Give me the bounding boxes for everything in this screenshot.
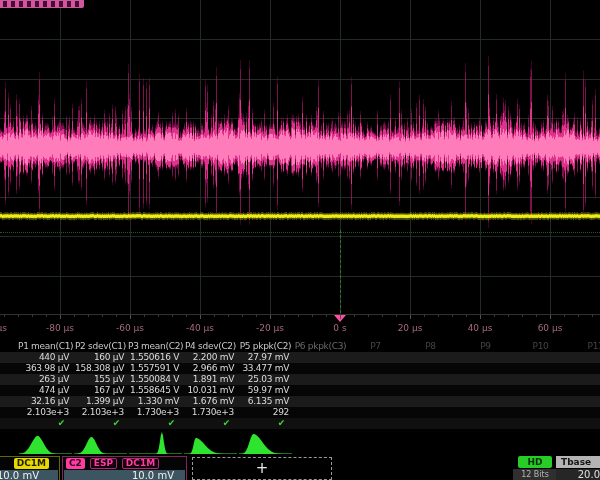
measure-value: 25.03 mV xyxy=(238,374,289,385)
measure-header-P2[interactable]: P2 sdev(C1) xyxy=(73,341,128,352)
measure-header-P3[interactable]: P3 mean(C2) xyxy=(128,341,183,352)
channel-c1-descriptor[interactable]: DC1M 10.0 mV xyxy=(0,456,60,480)
axis-tick xyxy=(186,315,187,317)
axis-tick xyxy=(410,315,411,319)
c1-scale-value: 10.0 mV xyxy=(0,470,58,480)
time-axis-label: -40 µs xyxy=(186,323,214,333)
axis-tick xyxy=(424,315,425,317)
c2-esp-badge: ESP xyxy=(90,458,117,469)
measure-value: 1.399 µV xyxy=(73,396,124,407)
time-axis-label: -100 µs xyxy=(0,323,7,333)
status-check-icon: ✔ xyxy=(18,418,65,429)
add-channel-button[interactable]: + xyxy=(192,457,332,480)
axis-tick xyxy=(214,315,215,317)
axis-tick xyxy=(564,315,565,317)
axis-tick xyxy=(326,315,327,317)
hd-mode-badge[interactable]: HD xyxy=(518,456,552,468)
measure-value: 1.550616 V xyxy=(128,352,179,363)
measure-value: 6.135 mV xyxy=(238,396,289,407)
axis-tick xyxy=(200,315,201,319)
measure-value: 1.891 mV xyxy=(183,374,234,385)
axis-tick xyxy=(144,315,145,317)
time-axis-label: -80 µs xyxy=(46,323,74,333)
c2-channel-badge: C2 xyxy=(66,458,85,469)
measure-value: 1.730e+3 xyxy=(128,407,179,418)
measure-value: 2.966 mV xyxy=(183,363,234,374)
measure-header-P9[interactable]: P9 xyxy=(458,341,513,352)
timebase-descriptor[interactable]: Tbase 20.0 xyxy=(556,456,600,480)
measure-header-P4[interactable]: P4 sdev(C2) xyxy=(183,341,238,352)
measure-table-row: 440 µV160 µV1.550616 V2.200 mV27.97 mV xyxy=(0,352,600,363)
oscilloscope-screen: -100 µs-80 µs-60 µs-40 µs-20 µs0 s20 µs4… xyxy=(0,0,600,480)
measure-value: 167 µV xyxy=(73,385,124,396)
waveform-display-area[interactable] xyxy=(0,0,600,315)
measure-value: 263 µV xyxy=(18,374,69,385)
measure-header-P10[interactable]: P10 xyxy=(513,341,568,352)
measure-value: 158.308 µV xyxy=(73,363,124,374)
measure-header-P8[interactable]: P8 xyxy=(403,341,458,352)
axis-tick xyxy=(4,315,5,317)
c1-coupling-badge: DC1M xyxy=(14,458,49,469)
axis-tick xyxy=(270,315,271,319)
axis-tick xyxy=(354,315,355,317)
measure-header-P6[interactable]: P6 pkpk(C3) xyxy=(293,341,348,352)
measure-value: 1.676 mV xyxy=(183,396,234,407)
axis-tick xyxy=(88,315,89,317)
status-check-icon: ✔ xyxy=(183,418,230,429)
measure-header-P1[interactable]: P1 mean(C1) xyxy=(18,341,73,352)
measure-table-row: 263 µV155 µV1.550084 V1.891 mV25.03 mV xyxy=(0,374,600,385)
axis-tick xyxy=(536,315,537,317)
axis-tick xyxy=(242,315,243,317)
measure-header-P5[interactable]: P5 pkpk(C2) xyxy=(238,341,293,352)
measure-value: 2.200 mV xyxy=(183,352,234,363)
measure-value: 155 µV xyxy=(73,374,124,385)
measure-header-P7[interactable]: P7 xyxy=(348,341,403,352)
time-axis-label: -60 µs xyxy=(116,323,144,333)
axis-tick xyxy=(578,315,579,317)
axis-tick xyxy=(228,315,229,317)
measure-value: 1.330 mV xyxy=(128,396,179,407)
measure-table-row: P1 mean(C1)P2 sdev(C1)P3 mean(C2)P4 sdev… xyxy=(0,341,600,352)
axis-tick xyxy=(284,315,285,317)
measure-value: 1.558645 V xyxy=(128,385,179,396)
axis-tick xyxy=(466,315,467,317)
status-bar: DC1M 10.0 mV C2 ESP DC1M 10.0 mV + HD 12… xyxy=(0,455,600,480)
axis-tick xyxy=(438,315,439,317)
axis-tick xyxy=(116,315,117,317)
measure-value: 59.97 mV xyxy=(238,385,289,396)
measure-value: 2.103e+3 xyxy=(73,407,124,418)
measure-table-row: 2.103e+32.103e+31.730e+31.730e+3292 xyxy=(0,407,600,418)
axis-tick xyxy=(32,315,33,317)
time-axis-label: 60 µs xyxy=(538,323,563,333)
measure-gate-horizontal-marker xyxy=(0,232,600,233)
measure-gate-vertical-marker xyxy=(340,230,341,313)
status-check-icon: ✔ xyxy=(73,418,120,429)
measure-value: 440 µV xyxy=(18,352,69,363)
time-axis-label: 40 µs xyxy=(468,323,493,333)
status-check-icon: ✔ xyxy=(238,418,285,429)
c2-scale-value: 10.0 mV xyxy=(64,470,185,480)
measure-value: 1.730e+3 xyxy=(183,407,234,418)
measurement-histicons[interactable] xyxy=(0,429,600,455)
trace-label-badge xyxy=(0,0,84,8)
axis-tick xyxy=(46,315,47,317)
measurement-table: P1 mean(C1)P2 sdev(C1)P3 mean(C2)P4 sdev… xyxy=(0,341,600,429)
time-axis-label: 20 µs xyxy=(398,323,423,333)
axis-tick xyxy=(130,315,131,319)
measure-value: 27.97 mV xyxy=(238,352,289,363)
axis-tick xyxy=(18,315,19,317)
axis-tick xyxy=(312,315,313,317)
status-check-icon: ✔ xyxy=(128,418,175,429)
axis-tick xyxy=(452,315,453,317)
hd-bits-label: 12 Bits xyxy=(513,469,557,480)
measure-table-row: ✔✔✔✔✔ xyxy=(0,418,600,429)
measure-value: 1.550084 V xyxy=(128,374,179,385)
measure-table-row: 474 µV167 µV1.558645 V10.031 mV59.97 mV xyxy=(0,385,600,396)
channel-c2-descriptor[interactable]: C2 ESP DC1M 10.0 mV xyxy=(62,456,187,480)
measure-header-P11[interactable]: P11 xyxy=(568,341,600,352)
waveform-canvas xyxy=(0,0,600,315)
measure-value: 33.477 mV xyxy=(238,363,289,374)
axis-tick xyxy=(508,315,509,317)
measure-value: 1.557591 V xyxy=(128,363,179,374)
axis-tick xyxy=(522,315,523,317)
